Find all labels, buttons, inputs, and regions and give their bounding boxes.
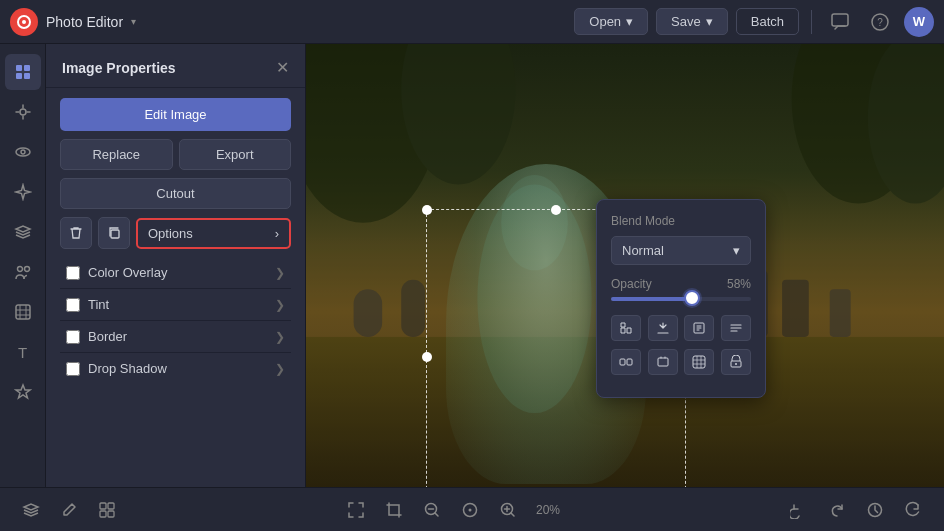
popup-toolbar-row-2: [611, 349, 751, 375]
rail-icon-adjust[interactable]: [5, 94, 41, 130]
color-overlay-checkbox[interactable]: [66, 266, 80, 280]
drop-shadow-item[interactable]: Drop Shadow ❯: [60, 353, 291, 384]
svg-rect-21: [782, 280, 809, 337]
undo-button[interactable]: [784, 495, 814, 525]
blend-mode-select[interactable]: Normal ▾: [611, 236, 751, 265]
panel-close-button[interactable]: ✕: [276, 58, 289, 77]
app-name-dropdown-icon[interactable]: ▾: [131, 16, 136, 27]
options-button[interactable]: Options ›: [136, 218, 291, 249]
border-item[interactable]: Border ❯: [60, 321, 291, 353]
drop-shadow-checkbox[interactable]: [66, 362, 80, 376]
rail-icon-people[interactable]: [5, 254, 41, 290]
border-expand-icon: ❯: [275, 330, 285, 344]
svg-text:?: ?: [877, 17, 883, 28]
color-overlay-expand-icon: ❯: [275, 266, 285, 280]
main-area: T Image Properties ✕ Edit Image Replace …: [0, 44, 944, 487]
history-button[interactable]: [860, 495, 890, 525]
duplicate-button[interactable]: [98, 217, 130, 249]
svg-rect-37: [100, 503, 106, 509]
svg-point-13: [24, 267, 29, 272]
layers-bottom-button[interactable]: [16, 495, 46, 525]
grid-bottom-button[interactable]: [92, 495, 122, 525]
delete-button[interactable]: [60, 217, 92, 249]
help-button[interactable]: ?: [864, 6, 896, 38]
app-logo: [10, 8, 38, 36]
bottom-bar: 20%: [0, 487, 944, 531]
tint-item[interactable]: Tint ❯: [60, 289, 291, 321]
fit-screen-button[interactable]: [341, 495, 371, 525]
zoom-level: 20%: [531, 503, 566, 517]
popup-tool-2[interactable]: [648, 315, 678, 341]
options-row: Options ›: [60, 217, 291, 249]
svg-rect-15: [111, 230, 119, 238]
svg-point-36: [735, 363, 737, 365]
cutout-button[interactable]: Cutout: [60, 178, 291, 209]
popup-tool-3[interactable]: [684, 315, 714, 341]
svg-rect-18: [354, 289, 383, 337]
tint-label: Tint: [88, 297, 109, 312]
svg-rect-32: [627, 359, 632, 365]
replace-button[interactable]: Replace: [60, 139, 173, 170]
svg-point-11: [21, 150, 25, 154]
color-overlay-item[interactable]: Color Overlay ❯: [60, 257, 291, 289]
canvas-area[interactable]: Blend Mode Normal ▾ Opacity 58%: [306, 44, 944, 487]
tint-expand-icon: ❯: [275, 298, 285, 312]
svg-rect-14: [16, 305, 30, 319]
svg-rect-39: [100, 511, 106, 517]
svg-rect-31: [620, 359, 625, 365]
svg-point-1: [22, 20, 26, 24]
tint-checkbox[interactable]: [66, 298, 80, 312]
svg-point-9: [20, 109, 26, 115]
rail-icon-grid[interactable]: [5, 294, 41, 330]
popup-tool-8[interactable]: [721, 349, 751, 375]
popup-tool-4[interactable]: [721, 315, 751, 341]
panel-content: Edit Image Replace Export Cutout: [46, 88, 305, 394]
opacity-thumb[interactable]: [684, 290, 700, 306]
opacity-value: 58%: [727, 277, 751, 291]
drop-shadow-label: Drop Shadow: [88, 361, 167, 376]
edit-image-button[interactable]: Edit Image: [60, 98, 291, 131]
panel-header: Image Properties ✕: [46, 44, 305, 88]
left-tool-rail: T: [0, 44, 46, 487]
svg-rect-2: [832, 14, 848, 26]
opacity-slider-track[interactable]: [611, 297, 751, 301]
zoom-reset-button[interactable]: [455, 495, 485, 525]
popup-tool-1[interactable]: [611, 315, 641, 341]
batch-button[interactable]: Batch: [736, 8, 799, 35]
rail-icon-layers[interactable]: [5, 214, 41, 250]
svg-rect-7: [16, 73, 22, 79]
popup-tool-6[interactable]: [648, 349, 678, 375]
crop-button[interactable]: [379, 495, 409, 525]
border-checkbox[interactable]: [66, 330, 80, 344]
panel-title: Image Properties: [62, 60, 176, 76]
rail-icon-home[interactable]: [5, 54, 41, 90]
svg-rect-22: [830, 289, 851, 337]
rail-icon-sparkle[interactable]: [5, 174, 41, 210]
rail-icon-star[interactable]: [5, 374, 41, 410]
svg-rect-34: [693, 356, 705, 368]
blend-mode-label: Blend Mode: [611, 214, 751, 228]
chat-button[interactable]: [824, 6, 856, 38]
svg-rect-38: [108, 503, 114, 509]
popup-tool-5[interactable]: [611, 349, 641, 375]
bottom-center-tools: 20%: [341, 495, 566, 525]
refresh-button[interactable]: [898, 495, 928, 525]
save-button[interactable]: Save ▾: [656, 8, 728, 35]
replace-export-row: Replace Export: [60, 139, 291, 170]
rail-icon-text[interactable]: T: [5, 334, 41, 370]
redo-button[interactable]: [822, 495, 852, 525]
opacity-label: Opacity: [611, 277, 652, 291]
export-button[interactable]: Export: [179, 139, 292, 170]
edit-bottom-button[interactable]: [54, 495, 84, 525]
rail-icon-eye[interactable]: [5, 134, 41, 170]
open-button[interactable]: Open ▾: [574, 8, 648, 35]
zoom-out-button[interactable]: [417, 495, 447, 525]
bottom-left-tools: [16, 495, 122, 525]
svg-point-10: [16, 148, 30, 156]
app-name: Photo Editor: [46, 14, 123, 30]
user-avatar[interactable]: W: [904, 7, 934, 37]
svg-rect-8: [24, 73, 30, 79]
popup-tool-7[interactable]: [684, 349, 714, 375]
zoom-in-button[interactable]: [493, 495, 523, 525]
svg-rect-19: [401, 280, 425, 337]
